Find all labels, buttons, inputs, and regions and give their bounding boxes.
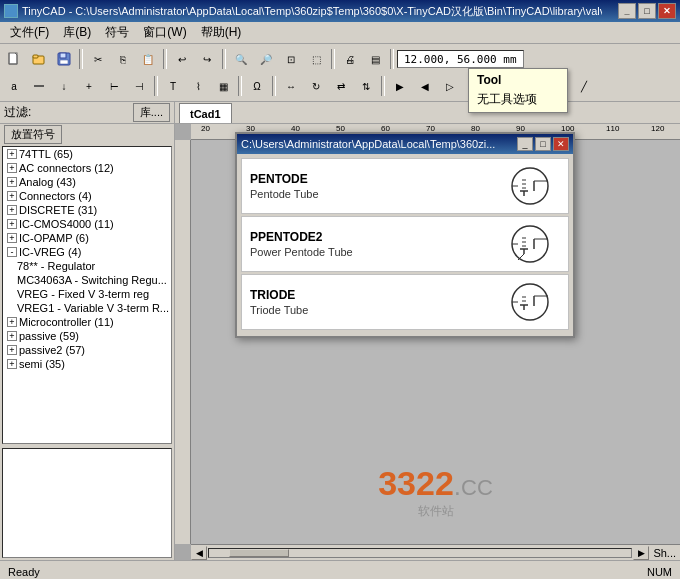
tool-pin[interactable]: ⌇ xyxy=(186,75,210,97)
tree-item-ac[interactable]: + AC connectors (12) xyxy=(3,161,171,175)
menu-library[interactable]: 库(B) xyxy=(57,24,97,42)
component-tree[interactable]: + 74TTL (65) + AC connectors (12) + Anal… xyxy=(2,146,172,444)
svg-rect-4 xyxy=(60,53,66,58)
tool-r2[interactable] xyxy=(27,75,51,97)
hscroll-track[interactable] xyxy=(208,548,632,558)
tool-t1[interactable]: ⊢ xyxy=(102,75,126,97)
hscroll-right-button[interactable]: ▶ xyxy=(633,546,649,560)
cut-button[interactable]: ✂ xyxy=(86,48,110,70)
tool-rotate[interactable]: ↻ xyxy=(304,75,328,97)
zoom-fit-button[interactable]: ⊡ xyxy=(279,48,303,70)
menu-symbol[interactable]: 符号 xyxy=(99,24,135,42)
watermark-sublabel: 软件站 xyxy=(378,503,493,520)
tree-item-semi[interactable]: + semi (35) xyxy=(3,357,171,371)
tree-item-ic-opamp[interactable]: + IC-OPAMP (6) xyxy=(3,231,171,245)
tree-label-vreg3: VREG - Fixed V 3-term reg xyxy=(17,288,149,300)
tree-expand-ic-cmos[interactable]: + xyxy=(7,219,17,229)
tree-expand-discrete[interactable]: + xyxy=(7,205,17,215)
hscrollbar[interactable]: ◀ ▶ Sh... xyxy=(191,544,680,560)
tree-item-connectors[interactable]: + Connectors (4) xyxy=(3,189,171,203)
new-button[interactable] xyxy=(2,48,26,70)
tool-flip-h[interactable]: ⇄ xyxy=(329,75,353,97)
tree-expand-ic-vreg[interactable]: - xyxy=(7,247,17,257)
tree-item-passive[interactable]: + passive (59) xyxy=(3,329,171,343)
zoom-in-button[interactable]: 🔍 xyxy=(229,48,253,70)
print-preview-button[interactable]: ▤ xyxy=(363,48,387,70)
tree-expand-ic-opamp[interactable]: + xyxy=(7,233,17,243)
tree-expand-analog[interactable]: + xyxy=(7,177,17,187)
tool-down-arrow[interactable]: ↓ xyxy=(52,75,76,97)
dialog-minimize-button[interactable]: _ xyxy=(517,137,533,151)
tool-popup-title: Tool xyxy=(477,73,559,87)
component-row-pentode[interactable]: PENTODE Pentode Tube xyxy=(241,158,569,214)
tree-expand-passive[interactable]: + xyxy=(7,331,17,341)
tree-item-ic-cmos[interactable]: + IC-CMOS4000 (11) xyxy=(3,217,171,231)
component-name-pentode: PENTODE xyxy=(250,172,500,186)
dialog-close-button[interactable]: ✕ xyxy=(553,137,569,151)
maximize-button[interactable]: □ xyxy=(638,3,656,19)
component-row-ppentode2[interactable]: PPENTODE2 Power Pentode Tube xyxy=(241,216,569,272)
line-button[interactable]: a xyxy=(2,75,26,97)
ruler-left xyxy=(175,140,191,544)
tree-expand-ac[interactable]: + xyxy=(7,163,17,173)
open-button[interactable] xyxy=(27,48,51,70)
tool-cross[interactable]: + xyxy=(77,75,101,97)
minimize-button[interactable]: _ xyxy=(618,3,636,19)
paste-button[interactable]: 📋 xyxy=(136,48,160,70)
tree-item-analog[interactable]: + Analog (43) xyxy=(3,175,171,189)
tool-text[interactable]: T xyxy=(161,75,185,97)
menu-bar: 文件(F) 库(B) 符号 窗口(W) 帮助(H) xyxy=(0,22,680,44)
sheet-tab[interactable]: Sh... xyxy=(649,547,680,559)
ruler-mark-120: 120 xyxy=(651,124,664,133)
hscroll-left-button[interactable]: ◀ xyxy=(191,546,207,560)
component-desc-pentode: Pentode Tube xyxy=(250,188,500,200)
tree-item-74ttl[interactable]: + 74TTL (65) xyxy=(3,147,171,161)
tool-forward[interactable]: ▶ xyxy=(388,75,412,97)
tree-expand-mcu[interactable]: + xyxy=(7,317,17,327)
tree-label-connectors: Connectors (4) xyxy=(19,190,92,202)
tool-forward2[interactable]: ▷ xyxy=(438,75,462,97)
tree-label-74ttl: 74TTL (65) xyxy=(19,148,73,160)
num-mode: NUM xyxy=(647,566,672,578)
tool-line2[interactable]: ╱ xyxy=(572,75,596,97)
triode-svg xyxy=(504,282,556,322)
tool-flip-v[interactable]: ⇅ xyxy=(354,75,378,97)
watermark: 3322 . CC 软件站 xyxy=(378,464,493,520)
library-button[interactable]: 库.... xyxy=(133,103,170,122)
dialog-title-text: C:\Users\Administrator\AppData\Local\Tem… xyxy=(241,138,495,150)
menu-file[interactable]: 文件(F) xyxy=(4,24,55,42)
zoom-out-button[interactable]: 🔎 xyxy=(254,48,278,70)
component-row-triode[interactable]: TRIODE Triode Tube xyxy=(241,274,569,330)
redo-button[interactable]: ↪ xyxy=(195,48,219,70)
menu-window[interactable]: 窗口(W) xyxy=(137,24,192,42)
zoom-select-button[interactable]: ⬚ xyxy=(304,48,328,70)
tool-move[interactable]: ↔ xyxy=(279,75,303,97)
print-button[interactable]: 🖨 xyxy=(338,48,362,70)
hscroll-thumb[interactable] xyxy=(229,549,289,557)
tool-back[interactable]: ◀ xyxy=(413,75,437,97)
tree-expand-semi[interactable]: + xyxy=(7,359,17,369)
tree-item-vreg2[interactable]: MC34063A - Switching Regu... xyxy=(3,273,171,287)
tool-omega[interactable]: Ω xyxy=(245,75,269,97)
tree-item-vreg4[interactable]: VREG1 - Variable V 3-term R... xyxy=(3,301,171,315)
tree-item-mcu[interactable]: + Microcontroller (11) xyxy=(3,315,171,329)
tree-item-vreg3[interactable]: VREG - Fixed V 3-term reg xyxy=(3,287,171,301)
tool-component[interactable]: ▦ xyxy=(211,75,235,97)
tree-expand-connectors[interactable]: + xyxy=(7,191,17,201)
dialog-body: PENTODE Pentode Tube xyxy=(237,154,573,336)
close-button[interactable]: ✕ xyxy=(658,3,676,19)
tree-expand-passive2[interactable]: + xyxy=(7,345,17,355)
undo-button[interactable]: ↩ xyxy=(170,48,194,70)
menu-help[interactable]: 帮助(H) xyxy=(195,24,248,42)
copy-button[interactable]: ⎘ xyxy=(111,48,135,70)
tab-tcad1[interactable]: tCad1 xyxy=(179,103,232,123)
save-button[interactable] xyxy=(52,48,76,70)
dialog-maximize-button[interactable]: □ xyxy=(535,137,551,151)
tree-item-passive2[interactable]: + passive2 (57) xyxy=(3,343,171,357)
tool-t2[interactable]: ⊣ xyxy=(127,75,151,97)
tree-expand-74ttl[interactable]: + xyxy=(7,149,17,159)
tree-item-vreg1[interactable]: 78** - Regulator xyxy=(3,259,171,273)
tree-item-ic-vreg[interactable]: - IC-VREG (4) xyxy=(3,245,171,259)
browse-symbol-button[interactable]: 放置符号 xyxy=(4,125,62,144)
tree-item-discrete[interactable]: + DISCRETE (31) xyxy=(3,203,171,217)
